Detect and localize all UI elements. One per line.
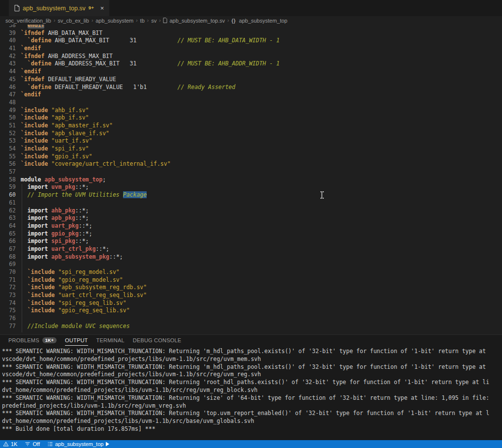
code-line[interactable]: 39`ifndef AHB_DATA_MAX_BIT [0, 30, 502, 37]
code-line[interactable]: 48 [0, 99, 502, 107]
code-line[interactable]: 66 import spi_pkg::*; [0, 238, 502, 245]
line-number: 68 [0, 253, 16, 261]
mouse-ibeam-cursor [320, 191, 324, 201]
code-line[interactable]: 62 import ahb_pkg::*; [0, 207, 502, 215]
code-line[interactable]: 43 `define AHB_ADDRESS_MAX_BIT 31 // MUS… [0, 60, 502, 68]
code-line[interactable]: 57 [0, 168, 502, 176]
code-line[interactable]: 69 [0, 261, 502, 269]
code-line[interactable]: 60 // Import the UVM Utilities Package [0, 191, 502, 199]
code-line[interactable]: 41`endif [0, 45, 502, 53]
code-line[interactable]: 54`include "spi_if.sv" [0, 145, 502, 153]
code-token: // MUST BE: AHB_ADDR_WIDTH - 1 [136, 60, 280, 67]
code-token: import [28, 214, 48, 221]
code-line[interactable]: 65 import gpio_pkg::*; [0, 230, 502, 238]
code-token: `ifndef [21, 76, 44, 83]
status-item-off[interactable]: Off [25, 441, 39, 447]
code-line[interactable]: 63 import apb_pkg::*; [0, 214, 502, 222]
breadcrumb-file-label: apb_subsystem_top.sv [169, 18, 225, 24]
code-token: `include [21, 130, 48, 137]
code-token: ::*; [109, 253, 123, 260]
code-token: `include [28, 284, 55, 291]
code-line[interactable]: 55`include "gpio_if.sv" [0, 153, 502, 161]
code-line[interactable]: 61 [0, 199, 502, 207]
tab-title: apb_subsystem_top.sv [23, 5, 86, 12]
breadcrumb-symbol[interactable]: {}apb_subsystem_top [231, 18, 287, 24]
line-number: 70 [0, 269, 16, 276]
code-token: AHB_ADDRESS_MAX_BIT [44, 53, 112, 60]
code-line[interactable]: 45`ifndef DEFAULT_HREADY_VALUE [0, 76, 502, 84]
output-line: *** Build done [total duration 17s.857ms… [2, 425, 502, 433]
code-token: "spi_reg_model.sv" [55, 269, 120, 275]
code-line[interactable]: 75 `include "gpio_reg_seq_lib.sv" [0, 307, 502, 315]
status-item-label: Off [32, 441, 39, 447]
breadcrumb-file[interactable]: apb_subsystem_top.sv [163, 18, 225, 24]
code-line-content: `include "apb_subsystem_reg_rdb.sv" [21, 284, 147, 292]
panel-tab-problems[interactable]: PROBLEMS1K+ [8, 335, 57, 346]
code-token: import [28, 183, 48, 190]
panel-tab-label: OUTPUT [65, 337, 88, 343]
code-line[interactable]: 56`include "coverage/uart_ctrl_internal_… [0, 160, 502, 168]
code-line[interactable]: 77 //Include module UVC sequences [0, 323, 502, 330]
code-line[interactable]: 59 import uvm_pkg::*; [0, 183, 502, 191]
line-number: 71 [0, 276, 16, 284]
breadcrumb-item[interactable]: apb_subsystem [95, 18, 133, 24]
code-line[interactable]: 72 `include "apb_subsystem_reg_rdb.sv" [0, 284, 502, 292]
code-token: import [28, 238, 48, 244]
code-token: import [28, 207, 48, 214]
code-line[interactable]: 50`include "apb_if.sv" [0, 114, 502, 122]
code-line[interactable]: 67 import uart_ctrl_pkg::*; [0, 245, 502, 253]
code-token: module [21, 176, 41, 183]
status-item-apb_subsystem_top[interactable]: apb_subsystem_top [47, 441, 110, 447]
code-line[interactable]: 74 `include "spi_reg_seq_lib.sv" [0, 299, 502, 307]
code-line[interactable]: 47`endif [0, 91, 502, 99]
code-line[interactable]: 46 `define DEFAULT_HREADY_VALUE 1'b1 // … [0, 84, 502, 91]
output-line: *** SEMANTIC WARNING: WIDTH_MISMATCH_TRU… [2, 363, 502, 371]
code-line-content: `include "spi_if.sv" [21, 145, 89, 153]
close-icon[interactable]: × [100, 5, 104, 11]
code-token: import [28, 222, 48, 229]
code-token: `include [21, 114, 48, 121]
chevron-right-icon: › [92, 18, 93, 23]
status-item-label: 1K [11, 441, 17, 447]
code-line[interactable]: 73 `include "uart_ctrl_reg_seq_lib.sv" [0, 292, 502, 299]
code-line[interactable]: 40 `define AHB_DATA_MAX_BIT 31 // MUST B… [0, 37, 502, 45]
code-line-content: `include "gpio_reg_model.sv" [21, 276, 123, 284]
code-line[interactable]: 42`ifndef AHB_ADDRESS_MAX_BIT [0, 53, 502, 60]
breadcrumb-item[interactable]: sv [151, 18, 157, 24]
code-line[interactable]: 58module apb_subsystem_top; [0, 176, 502, 184]
code-line[interactable]: 44`endif [0, 68, 502, 76]
code-editor[interactable]: 38 `endif39`ifndef AHB_DATA_MAX_BIT40 `d… [0, 25, 502, 334]
code-token: // MUST BE: AHB_DATA_WIDTH - 1 [136, 37, 280, 44]
code-line-content: `define AHB_ADDRESS_MAX_BIT 31 // MUST B… [21, 60, 280, 68]
code-line[interactable]: 51`include "apb_master_if.sv" [0, 122, 502, 130]
line-number: 45 [0, 76, 16, 84]
code-line[interactable]: 71 `include "gpio_reg_model.sv" [0, 276, 502, 284]
code-line-content: `include "spi_reg_model.sv" [21, 269, 120, 276]
code-line[interactable]: 68 import apb_subsystem_pkg::*; [0, 253, 502, 261]
breadcrumb-item[interactable]: tb [140, 18, 145, 24]
code-line[interactable]: 49`include "ahb_if.sv" [0, 107, 502, 115]
code-line[interactable]: 52`include "apb_slave_if.sv" [0, 130, 502, 138]
line-number: 72 [0, 284, 16, 292]
line-number: 40 [0, 37, 16, 45]
code-line[interactable]: 38 `endif [0, 25, 502, 30]
code-token: import [28, 245, 48, 252]
breadcrumb-item[interactable]: sv_cb_ex_lib [58, 18, 89, 24]
play-icon[interactable] [105, 442, 110, 447]
code-line[interactable]: 64 import uart_pkg::*; [0, 222, 502, 230]
tab-apb-subsystem-top[interactable]: apb_subsystem_top.sv 9+ × [9, 0, 109, 16]
status-item-1k[interactable]: 1K [3, 441, 17, 447]
code-token: "apb_if.sv" [48, 114, 89, 121]
panel-tab-debug-console[interactable]: DEBUG CONSOLE [133, 335, 182, 346]
code-line[interactable]: 53`include "uart_if.sv" [0, 137, 502, 145]
code-line[interactable]: 76 [0, 315, 502, 323]
breadcrumb-item[interactable]: soc_verification_lib [5, 18, 51, 24]
code-token: uvm_pkg [48, 183, 75, 190]
output-console[interactable]: *** SEMANTIC WARNING: WIDTH_MISMATCH_TRU… [0, 346, 502, 433]
chevron-right-icon: › [159, 18, 160, 23]
code-token: import [28, 253, 48, 260]
panel-tab-terminal[interactable]: TERMINAL [96, 335, 125, 346]
panel-tab-output[interactable]: OUTPUT [65, 335, 88, 346]
code-line[interactable]: 70 `include "spi_reg_model.sv" [0, 269, 502, 276]
code-token: "uart_if.sv" [48, 137, 92, 144]
